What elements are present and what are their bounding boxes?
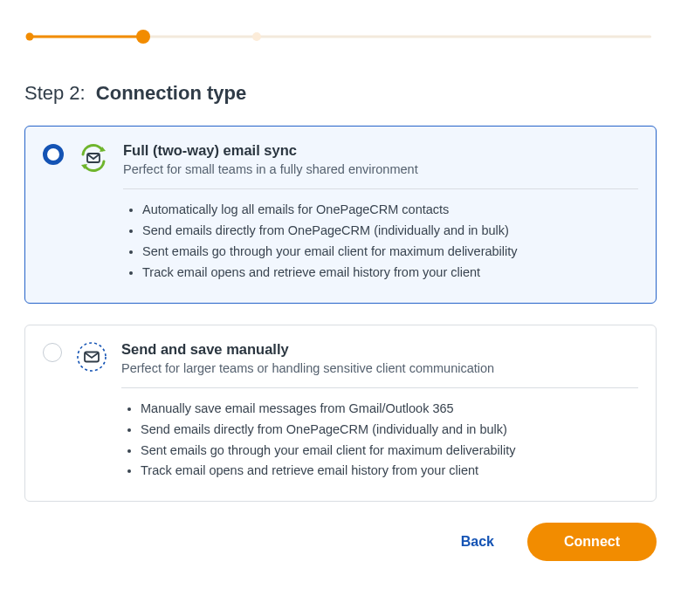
- step-label: Step 2:: [24, 82, 86, 104]
- divider: [121, 387, 638, 388]
- step-heading: Step 2: Connection type: [24, 82, 657, 105]
- feature-item: Send emails directly from OnePageCRM (in…: [141, 420, 638, 441]
- connect-button[interactable]: Connect: [527, 523, 657, 561]
- radio-manual[interactable]: [43, 343, 62, 362]
- feature-item: Track email opens and retrieve email his…: [141, 461, 638, 482]
- feature-item: Sent emails go through your email client…: [142, 242, 638, 263]
- progress-fill: [30, 36, 143, 38]
- page-title: Connection type: [96, 82, 246, 104]
- feature-item: Track email opens and retrieve email his…: [142, 263, 638, 284]
- sync-mail-icon: [78, 142, 109, 174]
- feature-list: Automatically log all emails for OnePage…: [123, 200, 638, 284]
- progress-step-3-dot: [252, 32, 261, 41]
- progress-step-2-dot: [136, 30, 150, 44]
- feature-list: Manually save email messages from Gmail/…: [121, 399, 638, 483]
- radio-full-sync[interactable]: [43, 144, 64, 165]
- option-subtitle: Perfect for small teams in a fully share…: [123, 162, 638, 176]
- footer-actions: Back Connect: [24, 523, 657, 561]
- divider: [123, 188, 638, 189]
- option-manual[interactable]: Send and save manually Perfect for large…: [24, 325, 657, 503]
- back-button[interactable]: Back: [452, 527, 503, 557]
- feature-item: Sent emails go through your email client…: [141, 441, 638, 462]
- mail-dashed-icon: [76, 341, 107, 373]
- progress-step-1-dot: [26, 33, 34, 41]
- option-title: Full (two-way) email sync: [123, 142, 638, 159]
- feature-item: Send emails directly from OnePageCRM (in…: [142, 221, 638, 242]
- feature-item: Automatically log all emails for OnePage…: [142, 200, 638, 221]
- progress-indicator: [24, 28, 657, 45]
- option-title: Send and save manually: [121, 341, 638, 358]
- option-subtitle: Perfect for larger teams or handling sen…: [121, 361, 638, 375]
- option-full-sync[interactable]: Full (two-way) email sync Perfect for sm…: [24, 126, 657, 304]
- feature-item: Manually save email messages from Gmail/…: [141, 399, 638, 420]
